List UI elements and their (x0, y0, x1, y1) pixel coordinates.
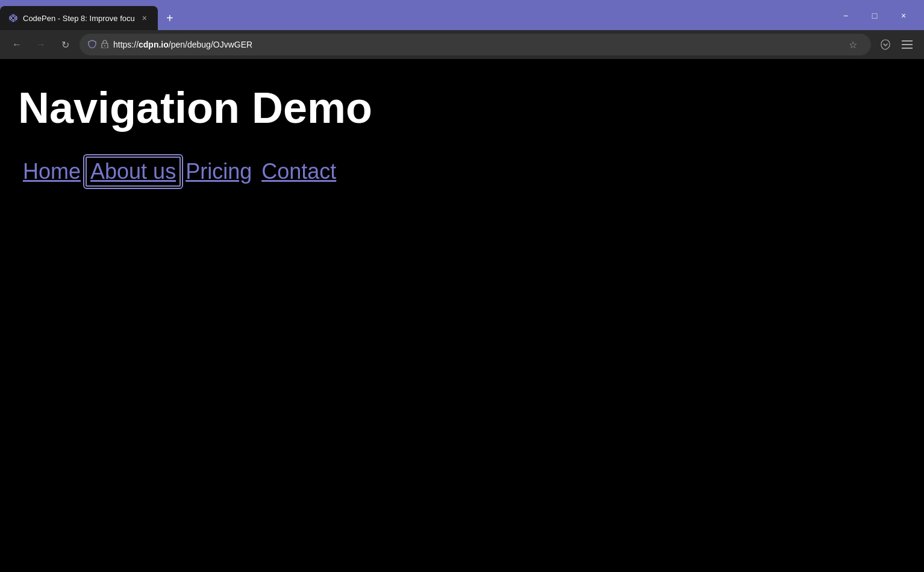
security-icon (88, 40, 96, 50)
new-tab-button[interactable]: + (160, 8, 179, 28)
page-title: Navigation Demo (18, 83, 906, 132)
minimize-button[interactable]: − (832, 6, 859, 25)
bookmark-button[interactable]: ☆ (843, 35, 863, 54)
pocket-button[interactable] (876, 35, 895, 54)
menu-button[interactable] (897, 35, 917, 54)
tab-close-button[interactable]: × (140, 12, 149, 24)
close-button[interactable]: × (890, 6, 917, 25)
address-text: https://cdpn.io/pen/debug/OJvwGER (113, 40, 838, 49)
refresh-button[interactable]: ↻ (55, 35, 75, 54)
address-bar[interactable]: https://cdpn.io/pen/debug/OJvwGER ☆ (80, 34, 871, 55)
nav-link-home[interactable]: Home (18, 157, 86, 187)
nav-bar: ← → ↻ https://cdpn.io/pen/debug/OJvwGER … (0, 30, 924, 59)
nav-link-about[interactable]: About us (86, 157, 181, 187)
tab-title: CodePen - Step 8: Improve focu (23, 14, 135, 23)
svg-point-10 (104, 45, 105, 46)
tab-bar: CodePen - Step 8: Improve focu × + − □ × (0, 0, 924, 30)
browser-chrome: CodePen - Step 8: Improve focu × + − □ ×… (0, 0, 924, 59)
nav-link-pricing[interactable]: Pricing (181, 157, 257, 187)
forward-button[interactable]: → (31, 35, 51, 54)
lock-icon (101, 40, 108, 50)
nav-right-icons (876, 35, 917, 54)
tab-favicon (8, 13, 18, 23)
maximize-button[interactable]: □ (861, 6, 888, 25)
web-content: Navigation Demo Home About us Pricing Co… (0, 59, 924, 572)
back-button[interactable]: ← (7, 35, 27, 54)
window-controls: − □ × (825, 6, 924, 30)
nav-link-contact[interactable]: Contact (257, 157, 341, 187)
navigation-links: Home About us Pricing Contact (18, 157, 906, 187)
active-tab[interactable]: CodePen - Step 8: Improve focu × (0, 6, 158, 30)
